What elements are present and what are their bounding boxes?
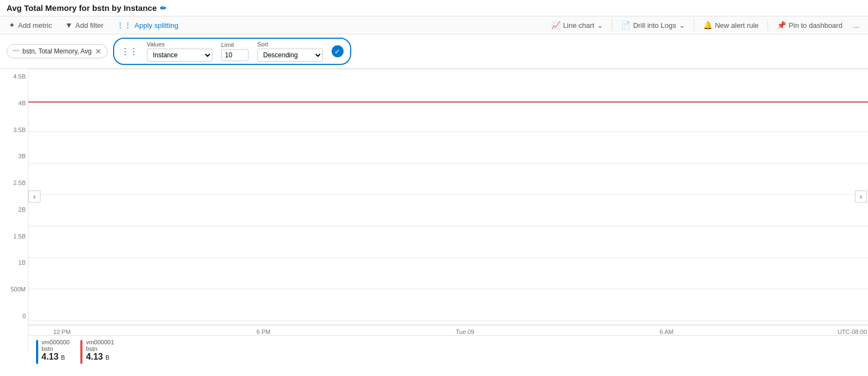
y-label-25b: 2.5B [2,180,26,186]
grid-line-6 [28,226,868,226]
splitting-icon: ⋮⋮ [121,46,138,57]
sort-select[interactable]: Descending Ascending [257,49,323,62]
split-icon: ⋮⋮ [116,21,132,29]
toolbar: ✦ Add metric ▼ Add filter ⋮⋮ Apply split… [0,16,868,34]
x-label-6pm: 6 PM [257,329,271,335]
add-metric-icon: ✦ [9,21,15,29]
grid-line-3 [28,132,868,132]
chart-main: 12 PM 6 PM Tue 09 6 AM UTC-08:00 [28,69,868,352]
toolbar-right: 📈 Line chart ⌄ 📄 Drill into Logs ⌄ 🔔 New… [549,20,861,31]
legend-color-bar-0 [36,340,38,364]
nav-right-button[interactable]: › [855,190,867,202]
grid-line-8 [28,289,868,289]
toolbar-separator2 [694,20,694,31]
y-label-35b: 3.5B [2,127,26,133]
legend-name-1: vm000001 [86,339,114,345]
apply-splitting-button[interactable]: ⋮⋮ Apply splitting [114,20,180,31]
sort-label: Sort [257,41,323,47]
legend-value-1: 4.13 B [86,352,114,362]
limit-input[interactable] [221,49,249,61]
y-label-500m: 500M [2,286,26,293]
values-field: Values Instance [147,41,212,62]
legend-group-1: bstn [86,345,114,352]
y-label-1b: 1B [2,259,26,266]
y-axis: 4.5B 4B 3.5B 3B 2.5B 2B 1.5B 1B 500M 0 [0,69,28,352]
grid-line-4 [28,163,868,164]
toolbar-separator3 [767,20,768,31]
y-label-0: 0 [2,313,26,319]
add-filter-button[interactable]: ▼ Add filter [63,20,105,31]
splitting-control: ⋮⋮ Values Instance Limit Sort Descending… [113,38,351,65]
pin-to-dashboard-button[interactable]: 📌 Pin to dashboard [775,20,845,31]
title-text: Avg Total Memory for bstn by Instance [7,3,157,13]
x-label-6am: 6 AM [660,329,674,335]
sort-field: Sort Descending Ascending [257,41,323,62]
edit-icon[interactable]: ✏ [160,4,167,13]
alert-icon: 🔔 [703,21,712,29]
new-alert-rule-button[interactable]: 🔔 New alert rule [701,20,761,31]
limit-field: Limit [221,41,249,61]
legend-value-0: 4.13 B [42,352,69,362]
metric-label-text: bstn, Total Memory, Avg [22,47,92,55]
values-label: Values [147,41,212,47]
y-label-2b: 2B [2,206,26,213]
nav-left-icon: ‹ [33,192,36,201]
grid-line-9 [28,320,868,321]
header-bar: Avg Total Memory for bstn by Instance ✏ [0,0,868,16]
legend-text-group-1: vm000001 bstn 4.13 B [86,339,114,362]
logs-icon: 📄 [621,21,630,29]
legend-group-0: bstn [42,345,69,352]
drill-into-logs-button[interactable]: 📄 Drill into Logs ⌄ [619,20,687,31]
line-chart-button[interactable]: 📈 Line chart ⌄ [549,20,605,31]
toolbar-left: ✦ Add metric ▼ Add filter ⋮⋮ Apply split… [7,20,540,31]
y-label-45b: 4.5B [2,73,26,80]
page-container: Avg Total Memory for bstn by Instance ✏ … [0,0,868,376]
y-label-4b: 4B [2,100,26,106]
legend-name-0: vm000000 [42,339,69,345]
grid-line-1 [28,69,868,69]
x-label-tue09: Tue 09 [456,329,474,335]
y-label-3b: 3B [2,153,26,159]
grid-line-2 [28,100,868,101]
y-label-15b: 1.5B [2,233,26,240]
toolbar-separator [612,20,612,31]
more-options-button[interactable]: ... [851,20,861,31]
metric-pill: 〰 bstn, Total Memory, Avg ✕ [7,44,108,58]
remove-metric-button[interactable]: ✕ [95,47,102,56]
filter-icon: ▼ [65,21,73,29]
line-chart-chevron: ⌄ [597,21,603,29]
legend-area: vm000000 bstn 4.13 B vm000001 bstn 4.13 … [28,335,868,376]
x-label-utc: UTC-08:00 [837,329,867,335]
chart-wrapper: ‹ 4.5B 4B 3.5B 3B 2.5B 2B 1.5B 1B 500M 0 [0,69,868,352]
add-metric-button[interactable]: ✦ Add metric [7,20,54,31]
nav-left-button[interactable]: ‹ [28,190,40,202]
metric-icon: 〰 [13,47,19,55]
legend-item-1: vm000001 bstn 4.13 B [80,339,114,364]
legend-text-group-0: vm000000 bstn 4.13 B [42,339,69,362]
x-label-12pm: 12 PM [54,329,71,335]
data-line-blue [28,102,868,103]
page-title: Avg Total Memory for bstn by Instance ✏ [7,3,167,13]
nav-right-icon: › [860,192,863,201]
logs-chevron: ⌄ [679,21,685,29]
legend-item-0: vm000000 bstn 4.13 B [36,339,69,364]
limit-label: Limit [221,41,249,48]
splitting-section: 〰 bstn, Total Memory, Avg ✕ ⋮⋮ Values In… [0,34,868,69]
legend-color-bar-1 [80,340,82,364]
grid-line-5 [28,194,868,195]
values-select[interactable]: Instance [147,49,212,62]
pin-icon: 📌 [777,21,786,29]
grid-line-7 [28,258,868,258]
line-chart-icon: 📈 [551,21,560,29]
confirm-splitting-button[interactable]: ✓ [332,45,344,57]
